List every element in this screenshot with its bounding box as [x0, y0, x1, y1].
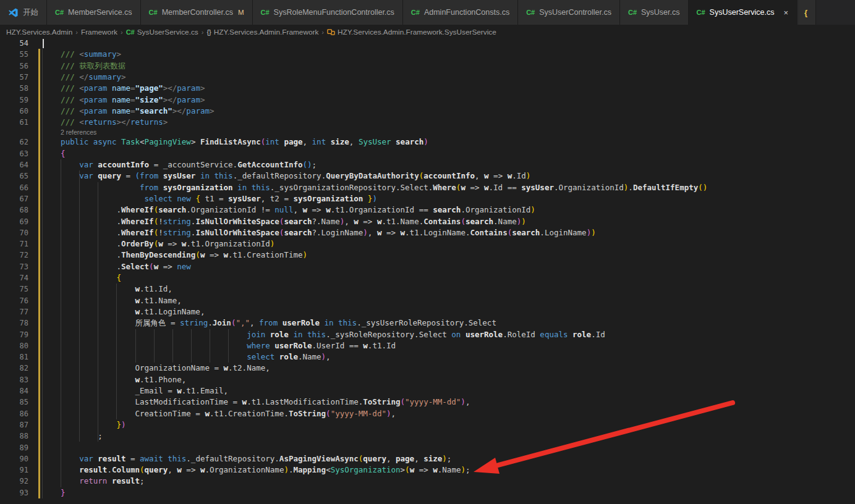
tab-[interactable]: { [798, 0, 816, 25]
code-line[interactable]: 63 { [0, 148, 855, 160]
code-line[interactable]: 79 join role in this._sysRoleRepository.… [0, 329, 855, 341]
code-line[interactable]: 54 [0, 38, 855, 49]
code-line[interactable]: 64 var accountInfo = _accountService.Get… [0, 159, 855, 171]
line-number[interactable]: 87 [0, 419, 28, 430]
line-number[interactable]: 73 [0, 261, 28, 272]
code-line[interactable]: 70 .WhereIf(!string.IsNullOrWhiteSpace(s… [0, 227, 855, 239]
line-number[interactable]: 91 [0, 464, 28, 476]
breadcrumb-item[interactable]: Framework [81, 28, 117, 36]
code-line[interactable]: 92 return result; [0, 476, 855, 487]
line-number[interactable]: 84 [0, 385, 28, 397]
code-line[interactable]: 59 /// <param name="size"></param> [0, 94, 855, 106]
code-line[interactable]: 89 [0, 442, 855, 454]
code-line[interactable]: 61 /// <returns></returns> [0, 117, 855, 128]
code-line[interactable]: 56 /// 获取列表数据 [0, 61, 855, 72]
line-number[interactable]: 92 [0, 476, 28, 487]
breadcrumb-item[interactable]: HZY.Services.Admin.Framework.SysUserServ… [327, 28, 496, 36]
tab-[interactable]: 开始 [0, 0, 47, 25]
code-line[interactable]: 68 .WhereIf(search.OrganizationId != nul… [0, 204, 855, 216]
line-number[interactable]: 82 [0, 363, 28, 374]
code-line[interactable]: 84 _Email = w.t1.Email, [0, 385, 855, 397]
line-number[interactable]: 80 [0, 340, 28, 351]
line-number[interactable]: 57 [0, 72, 28, 83]
line-number[interactable]: 78 [0, 317, 28, 329]
code-line[interactable]: 58 /// <param name="page"></param> [0, 83, 855, 94]
line-number[interactable]: 75 [0, 284, 28, 295]
code-line[interactable]: 76 w.t1.Name, [0, 295, 855, 307]
code-editor[interactable]: 5455 /// <summary>56 /// 获取列表数据57 /// </… [0, 38, 855, 504]
code-line[interactable]: 60 /// <param name="search"></param> [0, 106, 855, 117]
line-number[interactable]: 64 [0, 159, 28, 170]
code-line[interactable]: 85 LastModificationTime = w.t1.LastModif… [0, 397, 855, 408]
line-number[interactable]: 90 [0, 453, 28, 464]
code-line[interactable]: 83 w.t1.Phone, [0, 374, 855, 386]
close-icon[interactable]: × [783, 9, 788, 17]
line-number[interactable]: 56 [0, 61, 28, 72]
tab-sysusercontroller.cs[interactable]: C#SysUserController.cs [518, 0, 620, 25]
code-line[interactable]: 88 ; [0, 430, 855, 442]
line-number[interactable]: 60 [0, 106, 28, 117]
codelens-references[interactable]: 2 references [61, 128, 96, 136]
code-line[interactable]: 57 /// </summary> [0, 72, 855, 83]
line-number[interactable]: 93 [0, 487, 28, 498]
code-line[interactable]: 82 OrganizationName = w.t2.Name, [0, 363, 855, 374]
tab-sysrolemenufunctioncontroller.cs[interactable]: C#SysRoleMenuFunctionController.cs [253, 0, 403, 25]
line-number[interactable]: 74 [0, 272, 28, 284]
code-line[interactable]: 66 from sysOrganization in this._sysOrga… [0, 182, 855, 194]
code-line[interactable]: 80 where userRole.UserId == w.t1.Id [0, 340, 855, 352]
code-line[interactable]: 93 } [0, 487, 855, 499]
line-number[interactable]: 88 [0, 430, 28, 442]
line-number[interactable]: 86 [0, 408, 28, 419]
code-line[interactable]: 67 select new { t1 = sysUser, t2 = sysOr… [0, 193, 855, 205]
code-line[interactable]: 81 select role.Name), [0, 351, 855, 363]
code-line[interactable]: 86 CreationTime = w.t1.CreationTime.ToSt… [0, 408, 855, 420]
code-line[interactable]: 72 .ThenByDescending(w => w.t1.CreationT… [0, 250, 855, 261]
tab-adminfunctionconsts.cs[interactable]: C#AdminFunctionConsts.cs [403, 0, 518, 25]
line-number[interactable]: 76 [0, 295, 28, 306]
code-line[interactable]: 74 { [0, 272, 855, 284]
code-text: /// <param name="search"></param> [42, 106, 215, 117]
line-number[interactable]: 77 [0, 306, 28, 317]
line-number[interactable]: 83 [0, 374, 28, 385]
code-line[interactable]: 62 public async Task<PagingView> FindLis… [0, 136, 855, 148]
line-number[interactable]: 81 [0, 351, 28, 363]
code-line[interactable]: 78 所属角色 = string.Join(",", from userRole… [0, 317, 855, 329]
code-line[interactable]: 71 .OrderBy(w => w.t1.OrganizationId) [0, 238, 855, 250]
code-line[interactable]: 90 var result = await this._defaultRepos… [0, 453, 855, 465]
tab-sysuser.cs[interactable]: C#SysUser.cs [620, 0, 689, 25]
line-number[interactable]: 66 [0, 182, 28, 193]
line-number[interactable]: 62 [0, 136, 28, 148]
code-line[interactable]: 73 .Select(w => new [0, 261, 855, 273]
line-number[interactable]: 55 [0, 49, 28, 60]
line-number[interactable]: 61 [0, 117, 28, 128]
line-number[interactable]: 67 [0, 193, 28, 204]
breadcrumb-item[interactable]: HZY.Services.Admin [6, 28, 72, 36]
line-number[interactable]: 79 [0, 329, 28, 340]
breadcrumb-item[interactable]: {}HZY.Services.Admin.Framework [206, 28, 318, 36]
line-number[interactable]: 72 [0, 250, 28, 261]
code-line[interactable]: 91 result.Column(query, w => w.Organizat… [0, 464, 855, 476]
line-number[interactable]: 68 [0, 204, 28, 216]
code-line[interactable]: 87 }) [0, 419, 855, 431]
line-number[interactable]: 69 [0, 216, 28, 227]
line-number[interactable]: 85 [0, 397, 28, 408]
code-line[interactable]: 69 .WhereIf(!string.IsNullOrWhiteSpace(s… [0, 216, 855, 228]
tab-sysuserservice.cs[interactable]: C#SysUserService.cs× [689, 0, 798, 25]
line-number[interactable]: 63 [0, 148, 28, 159]
code-token: search [466, 217, 493, 226]
code-line[interactable]: 75 w.t1.Id, [0, 284, 855, 295]
breadcrumb-item[interactable]: C#SysUserService.cs [126, 28, 198, 36]
code-line[interactable]: 55 /// <summary> [0, 49, 855, 61]
line-number[interactable]: 54 [0, 38, 28, 49]
line-number[interactable]: 71 [0, 238, 28, 250]
tab-memberservice.cs[interactable]: C#MemberService.cs [47, 0, 141, 25]
code-line[interactable]: 65 var query = (from sysUser in this._de… [0, 170, 855, 182]
line-number[interactable]: 70 [0, 227, 28, 238]
tab-membercontroller.cs[interactable]: C#MemberController.csM [141, 0, 253, 25]
code-line[interactable]: 77 w.t1.LoginName, [0, 306, 855, 318]
line-number[interactable]: 59 [0, 94, 28, 106]
line-number[interactable]: 65 [0, 170, 28, 182]
code-token: ) [591, 228, 596, 237]
line-number[interactable]: 58 [0, 83, 28, 94]
line-number[interactable]: 89 [0, 442, 28, 453]
